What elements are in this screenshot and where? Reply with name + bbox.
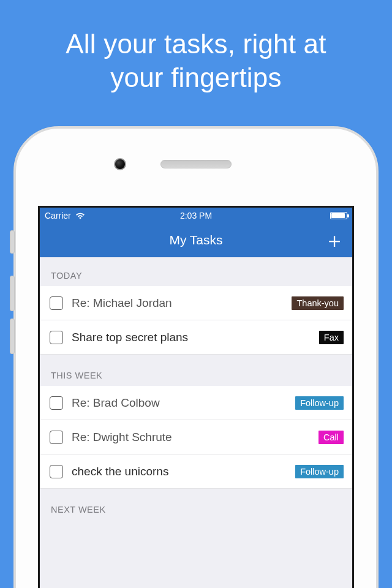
promo-line-1: All your tasks, right at xyxy=(66,29,326,59)
task-tag: Follow-up xyxy=(295,465,344,478)
task-checkbox[interactable] xyxy=(50,331,63,344)
carrier-label: Carrier xyxy=(45,211,71,221)
task-title: check the unicorns xyxy=(72,465,287,478)
section-header: THIS WEEK xyxy=(40,355,352,386)
task-list[interactable]: TODAYRe: Michael JordanThank-youShare to… xyxy=(40,257,352,520)
task-row[interactable]: Re: Brad ColbowFollow-up xyxy=(40,386,352,420)
task-checkbox[interactable] xyxy=(50,296,63,310)
phone-earpiece xyxy=(160,160,232,168)
task-checkbox[interactable] xyxy=(50,465,63,478)
section-header: NEXT WEEK xyxy=(40,489,352,520)
task-row[interactable]: Re: Michael JordanThank-you xyxy=(40,286,352,320)
task-tag: Follow-up xyxy=(295,396,344,410)
section-header: TODAY xyxy=(40,257,352,286)
nav-bar: My Tasks ＋ xyxy=(40,224,352,257)
task-tag: Call xyxy=(318,431,344,444)
task-title: Re: Brad Colbow xyxy=(72,396,287,410)
phone-camera xyxy=(114,158,126,170)
task-checkbox[interactable] xyxy=(50,431,63,444)
battery-icon xyxy=(330,212,347,219)
phone-screen: Carrier 2:03 PM My Tasks ＋ TODAYRe: Mich… xyxy=(38,206,354,588)
task-row[interactable]: check the unicornsFollow-up xyxy=(40,454,352,489)
promo-headline: All your tasks, right at your fingertips xyxy=(0,0,392,94)
task-row[interactable]: Re: Dwight SchruteCall xyxy=(40,420,352,454)
wifi-icon xyxy=(75,212,85,219)
task-title: Re: Michael Jordan xyxy=(72,296,283,310)
add-task-button[interactable]: ＋ xyxy=(324,230,345,251)
task-row[interactable]: Share top secret plansFax xyxy=(40,320,352,355)
task-checkbox[interactable] xyxy=(50,396,63,410)
page-title: My Tasks xyxy=(169,233,222,247)
phone-frame: Carrier 2:03 PM My Tasks ＋ TODAYRe: Mich… xyxy=(13,126,379,588)
task-tag: Fax xyxy=(319,331,344,344)
promo-line-2: your fingertips xyxy=(110,62,281,92)
task-title: Re: Dwight Schrute xyxy=(72,431,310,444)
task-title: Share top secret plans xyxy=(72,331,311,344)
phone-side-button xyxy=(10,318,15,354)
status-bar: Carrier 2:03 PM xyxy=(40,208,352,224)
phone-side-button xyxy=(10,230,15,254)
phone-side-button xyxy=(10,276,15,311)
clock: 2:03 PM xyxy=(40,211,352,221)
task-tag: Thank-you xyxy=(292,296,344,310)
